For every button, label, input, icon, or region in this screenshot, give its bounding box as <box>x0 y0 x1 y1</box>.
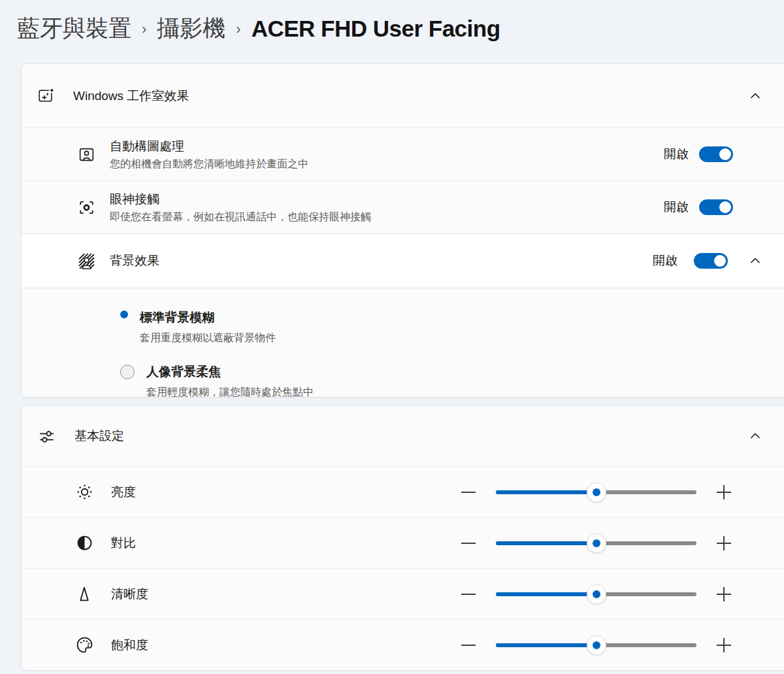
contrast-row: 對比 <box>22 517 784 568</box>
contrast-slider-handle[interactable] <box>587 533 606 553</box>
eye-contact-title: 眼神接觸 <box>110 191 371 208</box>
brightness-label: 亮度 <box>111 484 136 501</box>
studio-effects-title: Windows 工作室效果 <box>73 88 189 105</box>
brightness-increase-button[interactable] <box>714 482 734 502</box>
background-effects-toggle[interactable] <box>694 253 728 269</box>
eye-contact-icon <box>78 199 95 216</box>
background-effects-icon <box>78 252 95 270</box>
basic-settings-icon <box>37 427 56 446</box>
eye-contact-description: 即使您在看螢幕，例如在視訊通話中，也能保持眼神接觸 <box>110 211 371 224</box>
sharpness-slider[interactable] <box>496 584 696 604</box>
brightness-icon <box>75 482 94 501</box>
sharpness-decrease-button[interactable] <box>459 584 478 604</box>
brightness-slider[interactable] <box>496 482 696 502</box>
portrait-blur-title: 人像背景柔焦 <box>146 363 314 380</box>
contrast-increase-button[interactable] <box>714 533 734 553</box>
standard-blur-option[interactable]: 標準背景模糊 套用重度模糊以遮蔽背景物件 <box>120 309 784 345</box>
automatic-framing-icon <box>78 146 95 163</box>
automatic-framing-toggle[interactable] <box>699 146 733 162</box>
sharpness-increase-button[interactable] <box>714 584 734 604</box>
portrait-blur-radio[interactable] <box>120 365 135 379</box>
automatic-framing-description: 您的相機會自動將您清晰地維持於畫面之中 <box>110 158 308 171</box>
page-title: ACER FHD User Facing <box>252 16 500 42</box>
breadcrumb-separator-icon: › <box>142 19 146 38</box>
standard-blur-description: 套用重度模糊以遮蔽背景物件 <box>140 331 276 345</box>
basic-settings-card: 基本設定 亮度 <box>21 405 784 671</box>
sharpness-icon <box>75 584 94 603</box>
automatic-framing-row: 自動構圖處理 您的相機會自動將您清晰地維持於畫面之中 開啟 <box>22 127 784 180</box>
eye-contact-toggle-label: 開啟 <box>664 199 689 216</box>
background-effects-title: 背景效果 <box>110 252 159 269</box>
standard-blur-radio[interactable] <box>120 311 128 318</box>
studio-effects-header[interactable]: Windows 工作室效果 <box>22 64 784 127</box>
basic-settings-header[interactable]: 基本設定 <box>22 406 784 466</box>
basic-settings-title: 基本設定 <box>74 428 124 445</box>
saturation-slider[interactable] <box>496 635 696 655</box>
eye-contact-row: 眼神接觸 即使您在看螢幕，例如在視訊通話中，也能保持眼神接觸 開啟 <box>22 180 784 233</box>
eye-contact-toggle[interactable] <box>699 199 733 215</box>
background-effects-toggle-label: 開啟 <box>653 252 678 269</box>
studio-effects-card: Windows 工作室效果 自動構圖處理 您的相機會自動將您清晰地維持於畫面之中… <box>21 63 784 397</box>
background-effects-row[interactable]: 背景效果 開啟 <box>22 233 784 288</box>
basic-settings-collapse-chevron-up-icon[interactable] <box>744 425 766 447</box>
saturation-slider-handle[interactable] <box>587 635 606 655</box>
portrait-blur-description: 套用輕度模糊，讓您隨時處於焦點中 <box>146 386 314 397</box>
background-effects-collapse-chevron-up-icon[interactable] <box>744 250 766 272</box>
breadcrumb-separator-icon: › <box>236 19 240 38</box>
saturation-decrease-button[interactable] <box>459 635 478 655</box>
sharpness-row: 清晰度 <box>22 568 784 619</box>
standard-blur-title: 標準背景模糊 <box>140 309 276 326</box>
portrait-blur-option[interactable]: 人像背景柔焦 套用輕度模糊，讓您隨時處於焦點中 <box>120 363 784 397</box>
background-effects-options: 標準背景模糊 套用重度模糊以遮蔽背景物件 人像背景柔焦 套用輕度模糊，讓您隨時處… <box>22 288 784 397</box>
studio-effects-collapse-chevron-up-icon[interactable] <box>744 85 766 107</box>
sharpness-label: 清晰度 <box>111 586 148 603</box>
saturation-row: 飽和度 <box>22 619 784 670</box>
breadcrumb-cameras[interactable]: 攝影機 <box>157 13 225 44</box>
breadcrumb-bluetooth-devices[interactable]: 藍牙與裝置 <box>17 13 131 44</box>
sharpness-slider-handle[interactable] <box>587 584 606 604</box>
contrast-decrease-button[interactable] <box>459 533 478 553</box>
automatic-framing-toggle-label: 開啟 <box>664 146 689 163</box>
saturation-label: 飽和度 <box>111 637 148 654</box>
automatic-framing-title: 自動構圖處理 <box>110 138 308 155</box>
brightness-row: 亮度 <box>22 466 784 517</box>
brightness-decrease-button[interactable] <box>459 482 478 502</box>
brightness-slider-handle[interactable] <box>587 482 606 502</box>
contrast-label: 對比 <box>111 535 136 552</box>
contrast-slider[interactable] <box>496 533 696 553</box>
breadcrumb: 藍牙與裝置 › 攝影機 › ACER FHD User Facing <box>17 13 500 44</box>
saturation-increase-button[interactable] <box>714 635 734 655</box>
contrast-icon <box>75 533 94 552</box>
saturation-icon <box>75 635 94 654</box>
studio-effects-icon <box>37 87 55 105</box>
